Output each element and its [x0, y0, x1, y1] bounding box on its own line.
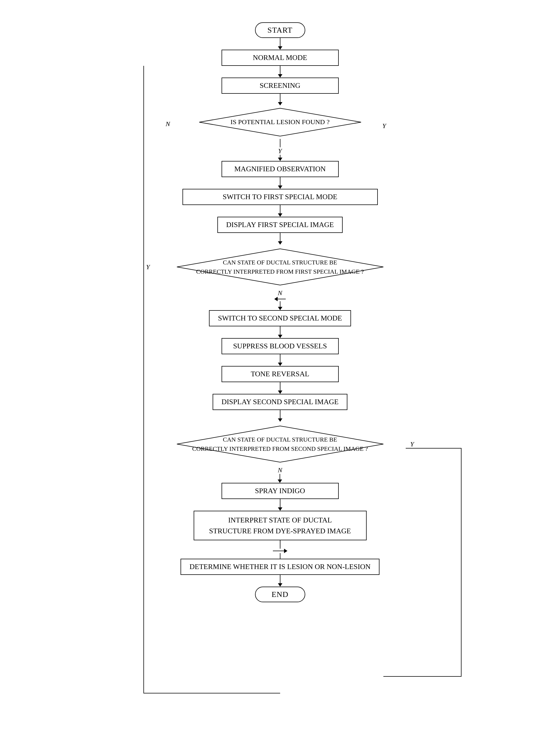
conn-10: [278, 354, 282, 366]
svg-marker-2: [177, 426, 383, 462]
interpret-node: INTERPRET STATE OF DUCTAL STRUCTURE FROM…: [194, 511, 367, 540]
main-flow-container: SCREENING N IS POTENTIAL LESION FOUND ?: [85, 66, 475, 613]
determine-row: DETERMINE WHETHER IT IS LESION OR NON-LE…: [181, 559, 379, 575]
conn-13: N: [278, 466, 282, 483]
right-loop-line: [461, 448, 462, 677]
conn-7: [278, 233, 282, 245]
tone-reversal-node: TONE REVERSAL: [222, 366, 339, 382]
normal-mode-node: NORMAL MODE: [222, 50, 339, 66]
right-loop-btm: [383, 676, 462, 677]
label-y-below-d1: Y: [278, 147, 282, 155]
diamond-3-row: Y CAN STATE OF DUCTAL STRUCTURE BE CORRE…: [155, 422, 406, 466]
switch-second-node: SWITCH TO SECOND SPECIAL MODE: [209, 310, 351, 327]
tone-reversal-row: TONE REVERSAL: [222, 366, 339, 382]
label-y-2: Y: [146, 263, 150, 271]
end-row: END: [255, 587, 305, 613]
conn-3: [278, 94, 282, 105]
suppress-blood-node: SUPPRESS BLOOD VESSELS: [222, 338, 339, 354]
label-y-3: Y: [410, 440, 414, 448]
screening-node: SCREENING: [222, 78, 339, 94]
end-node: END: [255, 587, 305, 602]
conn-2: [278, 66, 282, 78]
switch-first-node: SWITCH TO FIRST SPECIAL MODE: [182, 189, 378, 205]
screening-row: SCREENING: [222, 78, 339, 94]
label-y-1: Y: [382, 122, 386, 130]
start-row: START: [85, 11, 475, 38]
normal-mode-row: NORMAL MODE: [85, 50, 475, 66]
label-n-3: N: [278, 466, 282, 474]
diamond-1-row: N IS POTENTIAL LESION FOUND ? Y: [182, 105, 378, 139]
conn-8: N: [274, 289, 286, 310]
conn-16: [278, 575, 282, 587]
spray-indigo-node: SPRAY INDIGO: [222, 483, 339, 499]
conn-5: [278, 177, 282, 189]
switch-second-row: SWITCH TO SECOND SPECIAL MODE: [209, 310, 351, 327]
spray-indigo-row: SPRAY INDIGO: [222, 483, 339, 499]
display-first-row: DISPLAY FIRST SPECIAL IMAGE: [217, 217, 343, 233]
left-loop-bottom: [143, 693, 280, 693]
interpret-line2: STRUCTURE FROM DYE-SPRAYED IMAGE: [209, 527, 351, 535]
label-n-1: N: [166, 120, 170, 128]
switch-first-row: SWITCH TO FIRST SPECIAL MODE: [182, 189, 378, 205]
display-second-node: DISPLAY SECOND SPECIAL IMAGE: [213, 394, 348, 410]
conn-12: [278, 410, 282, 422]
label-n-2: N: [278, 289, 282, 297]
conn-1: [85, 38, 475, 50]
flowchart: START NORMAL MODE SCREENING: [85, 11, 475, 613]
display-second-row: DISPLAY SECOND SPECIAL IMAGE: [213, 394, 348, 410]
diamond-2-row: Y CAN STATE OF DUCTAL STRUCTURE BE CORRE…: [155, 245, 406, 289]
suppress-blood-row: SUPPRESS BLOOD VESSELS: [222, 338, 339, 354]
display-first-node: DISPLAY FIRST SPECIAL IMAGE: [217, 217, 343, 233]
conn-15: [273, 540, 287, 559]
conn-4: Y: [278, 139, 282, 161]
svg-marker-1: [177, 249, 383, 285]
left-loop-line: [143, 66, 144, 693]
diamond-3-node: CAN STATE OF DUCTAL STRUCTURE BE CORRECT…: [155, 422, 406, 466]
diamond-1-node: IS POTENTIAL LESION FOUND ?: [182, 105, 378, 139]
svg-marker-0: [199, 108, 361, 136]
conn-6: [278, 205, 282, 217]
determine-node: DETERMINE WHETHER IT IS LESION OR NON-LE…: [181, 559, 379, 575]
conn-14: [278, 499, 282, 511]
magnified-obs-row: MAGNIFIED OBSERVATION: [222, 161, 339, 177]
conn-11: [278, 382, 282, 394]
diamond-2-node: CAN STATE OF DUCTAL STRUCTURE BE CORRECT…: [155, 245, 406, 289]
interpret-row: INTERPRET STATE OF DUCTAL STRUCTURE FROM…: [194, 511, 367, 540]
magnified-obs-node: MAGNIFIED OBSERVATION: [222, 161, 339, 177]
interpret-line1: INTERPRET STATE OF DUCTAL: [228, 516, 332, 524]
start-node: START: [255, 22, 305, 38]
conn-9: [278, 327, 282, 338]
